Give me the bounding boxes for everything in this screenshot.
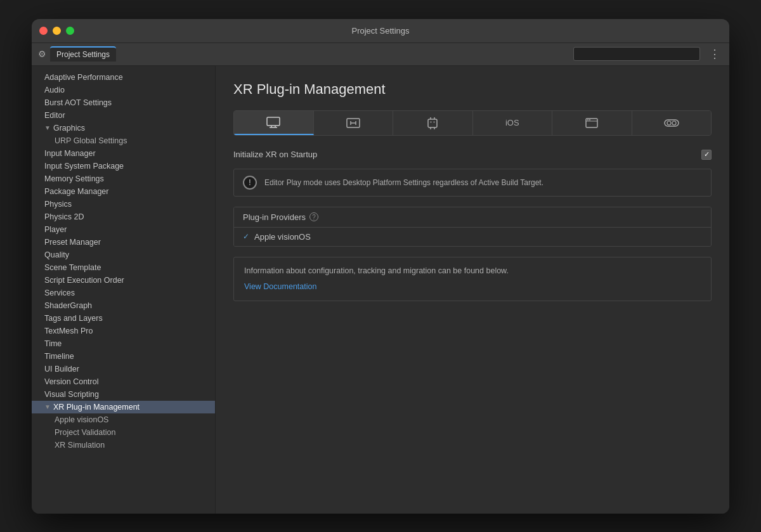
initialize-xr-checkbox[interactable]: ✓ [701,150,712,160]
toolbar-left: ⚙ Project Settings [38,46,573,62]
vr-icon [664,118,679,128]
svg-rect-0 [267,117,280,126]
sidebar-item-xr-simulation[interactable]: XR Simulation [32,439,215,451]
search-wrapper: 🔍 [573,47,700,61]
sidebar-item-input-system[interactable]: Input System Package [32,160,215,172]
plugin-providers-header: Plug-in Providers ? [234,207,711,228]
chevron-down-icon: ▼ [44,124,51,131]
sidebar-item-visual-scripting[interactable]: Visual Scripting [32,388,215,401]
svg-point-17 [587,119,589,120]
warning-text: Editor Play mode uses Desktop Platform S… [264,178,543,187]
info-box: Information about configuration, trackin… [233,257,712,301]
tab-vr[interactable] [632,111,712,135]
minimize-button[interactable] [53,27,61,35]
svg-rect-8 [428,119,437,127]
sidebar-item-quality[interactable]: Quality [32,249,215,261]
svg-point-13 [431,121,432,122]
sidebar-item-memory-settings[interactable]: Memory Settings [32,172,215,185]
sidebar-item-apple-visionos[interactable]: Apple visionOS [32,413,215,426]
initialize-xr-row: Initialize XR on Startup ✓ [233,146,712,164]
search-input[interactable] [573,47,700,61]
sidebar-item-physics[interactable]: Physics [32,198,215,211]
tab-web[interactable] [552,111,632,135]
sidebar-item-ui-builder[interactable]: UI Builder [32,363,215,375]
window-title: Project Settings [351,26,409,36]
sidebar-item-preset-manager[interactable]: Preset Manager [32,236,215,249]
toolbar-tab-label: Project Settings [56,50,110,59]
sidebar-item-input-manager[interactable]: Input Manager [32,147,215,160]
sidebar: Adaptive Performance Audio Burst AOT Set… [32,66,216,514]
sidebar-item-services[interactable]: Services [32,287,215,299]
close-button[interactable] [39,27,48,35]
toolbar: ⚙ Project Settings 🔍 ⋮ [32,43,729,66]
sidebar-item-scene-template[interactable]: Scene Template [32,261,215,274]
sidebar-item-package-manager[interactable]: Package Manager [32,185,215,198]
sidebar-item-burst-aot[interactable]: Burst AOT Settings [32,96,215,109]
gear-icon: ⚙ [38,49,46,59]
help-icon[interactable]: ? [309,212,318,221]
sidebar-item-script-execution[interactable]: Script Execution Order [32,274,215,287]
sidebar-item-adaptive-performance[interactable]: Adaptive Performance [32,71,215,84]
sidebar-item-xr-plugin[interactable]: ▼ XR Plug-in Management [32,401,215,413]
plugin-check-icon: ✓ [243,232,249,241]
toolbar-right: 🔍 ⋮ [573,47,723,61]
content-area: Adaptive Performance Audio Burst AOT Set… [32,66,729,514]
svg-point-18 [589,119,590,120]
tab-ios[interactable]: iOS [473,111,553,135]
traffic-lights [39,27,74,35]
sidebar-item-shadergraph[interactable]: ShaderGraph [32,299,215,312]
chevron-down-icon: ▼ [44,403,51,410]
sidebar-item-audio[interactable]: Audio [32,84,215,96]
svg-point-14 [434,121,435,122]
android-icon [427,116,438,130]
sidebar-item-editor[interactable]: Editor [32,109,215,122]
tv-icon [346,117,360,129]
sidebar-item-version-control[interactable]: Version Control [32,375,215,388]
plugin-providers-label: Plug-in Providers [243,212,306,222]
plugin-item-apple-visionos: ✓ Apple visionOS [234,228,711,246]
platform-tabs: iOS [233,110,712,136]
tab-tv[interactable] [314,111,394,135]
svg-point-20 [667,121,671,125]
sidebar-item-tags-layers[interactable]: Tags and Layers [32,312,215,325]
info-text: Information about configuration, trackin… [244,266,701,275]
menu-dots-button[interactable]: ⋮ [706,47,723,61]
titlebar: Project Settings [32,19,729,43]
main-panel: XR Plug-in Management [216,66,729,514]
sidebar-item-urp-global[interactable]: URP Global Settings [32,134,215,147]
page-title: XR Plug-in Management [233,81,712,98]
svg-rect-19 [665,120,679,126]
desktop-icon [266,117,280,128]
toolbar-tab-project-settings[interactable]: Project Settings [50,46,116,62]
view-documentation-link[interactable]: View Documentation [244,282,316,291]
plugin-providers-box: Plug-in Providers ? ✓ Apple visionOS [233,207,712,247]
sidebar-item-project-validation[interactable]: Project Validation [32,426,215,439]
sidebar-item-timeline[interactable]: Timeline [32,350,215,363]
main-window: Project Settings ⚙ Project Settings 🔍 ⋮ … [32,19,729,514]
plugin-label: Apple visionOS [254,232,311,242]
sidebar-item-textmesh-pro[interactable]: TextMesh Pro [32,325,215,337]
tab-android[interactable] [393,111,473,135]
svg-point-21 [672,121,676,125]
initialize-xr-label: Initialize XR on Startup [233,150,701,159]
tab-desktop[interactable] [234,111,314,135]
warning-icon: ! [243,176,257,190]
sidebar-item-physics-2d[interactable]: Physics 2D [32,211,215,223]
maximize-button[interactable] [66,27,74,35]
sidebar-item-graphics[interactable]: ▼ Graphics [32,122,215,134]
sidebar-item-time[interactable]: Time [32,337,215,350]
web-icon [585,117,598,129]
ios-label: iOS [505,118,519,127]
sidebar-item-player[interactable]: Player [32,223,215,236]
warning-box: ! Editor Play mode uses Desktop Platform… [233,169,712,197]
